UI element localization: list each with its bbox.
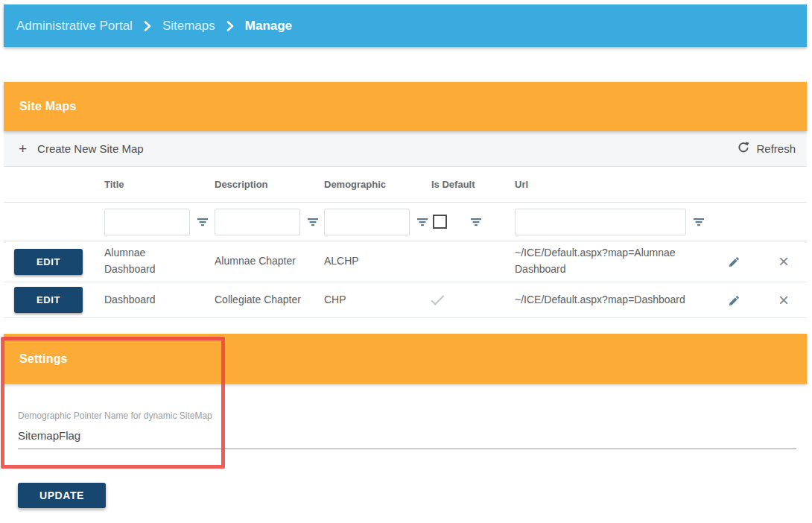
sitemaps-panel-header: Site Maps [4,82,807,131]
settings-panel: Settings Demographic Pointer Name for dy… [4,334,807,455]
table-row: EDIT Dashboard Collegiate Chapter CHP ~/… [4,282,807,318]
cell-url: ~/ICE/Default.aspx?map=Alumnae Dashboard [515,245,708,277]
create-new-sitemap-button[interactable]: + Create New Site Map [19,142,144,156]
cell-url: ~/ICE/Default.aspx?map=Dashboard [515,292,708,308]
breadcrumb: Administrative Portal Sitemaps Manage [4,4,807,47]
edit-pencil-button[interactable] [708,256,761,267]
close-icon: × [778,253,789,270]
refresh-icon [738,142,749,156]
pencil-icon [729,294,740,306]
title-filter-input[interactable] [104,209,190,235]
cell-description: Collegiate Chapter [215,292,324,308]
is-default-checked-icon [431,292,445,305]
column-header-url: Url [515,179,708,190]
create-new-sitemap-label: Create New Site Map [37,142,144,155]
demographic-pointer-field-label: Demographic Pointer Name for dynamic Sit… [18,411,796,421]
sitemaps-panel: Site Maps + Create New Site Map Refresh … [4,82,807,318]
edit-pencil-button[interactable] [708,294,761,306]
demographic-filter-input[interactable] [324,209,410,235]
sitemaps-panel-title: Site Maps [19,100,77,113]
is-default-filter-icon[interactable] [470,218,482,226]
url-filter-input[interactable] [515,209,686,235]
edit-button[interactable]: EDIT [14,287,83,313]
refresh-label: Refresh [756,142,796,155]
edit-button[interactable]: EDIT [14,249,83,275]
column-header-description: Description [215,179,324,190]
breadcrumb-item-sitemaps[interactable]: Sitemaps [162,19,215,34]
sitemaps-toolbar: + Create New Site Map Refresh [4,131,807,167]
page: Administrative Portal Sitemaps Manage Si… [0,4,812,523]
refresh-button[interactable]: Refresh [738,142,796,156]
delete-row-button[interactable]: × [761,291,807,309]
cell-demographic: CHP [324,292,431,308]
column-header-title: Title [104,179,215,190]
delete-row-button[interactable]: × [761,253,807,270]
description-filter-input[interactable] [215,209,300,235]
cell-demographic: ALCHP [324,253,431,270]
breadcrumb-item-administrative-portal[interactable]: Administrative Portal [16,19,133,34]
update-button[interactable]: UPDATE [18,483,106,508]
settings-panel-header: Settings [4,334,807,384]
table-header-row: Title Description Demographic Is Default… [4,167,807,203]
table-filter-row [4,203,807,241]
url-filter-icon[interactable] [693,218,705,226]
demographic-filter-icon[interactable] [416,218,428,226]
title-filter-icon[interactable] [197,218,209,226]
demographic-pointer-input[interactable] [18,426,796,449]
is-default-filter-checkbox[interactable] [433,215,447,229]
cell-description: Alumnae Chapter [215,253,324,270]
pencil-icon [729,256,740,267]
cell-title: Dashboard [104,292,215,308]
chevron-right-icon [226,21,234,31]
settings-body: Demographic Pointer Name for dynamic Sit… [4,384,807,455]
table-row: EDIT Alumnae Dashboard Alumnae Chapter A… [4,241,807,282]
column-header-demographic: Demographic [324,179,431,190]
breadcrumb-item-manage: Manage [245,19,292,34]
settings-panel-title: Settings [19,352,68,366]
cell-title: Alumnae Dashboard [104,245,215,277]
close-icon: × [778,291,789,309]
plus-icon: + [19,142,27,156]
description-filter-icon[interactable] [307,218,319,226]
column-header-is-default: Is Default [431,179,515,190]
chevron-right-icon [144,21,151,31]
